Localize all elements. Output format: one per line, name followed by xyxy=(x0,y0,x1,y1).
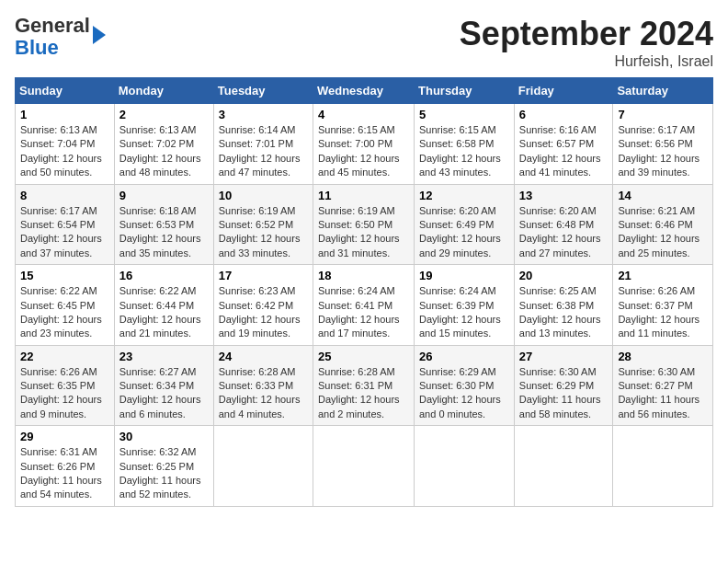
day-number: 21 xyxy=(618,269,708,282)
calendar-day-cell: 2Sunrise: 6:13 AMSunset: 7:02 PMDaylight… xyxy=(114,104,213,185)
day-info: Sunrise: 6:28 AMSunset: 6:33 PMDaylight:… xyxy=(219,365,308,422)
day-info: Sunrise: 6:22 AMSunset: 6:45 PMDaylight:… xyxy=(20,284,109,341)
calendar-day-cell: 26Sunrise: 6:29 AMSunset: 6:30 PMDayligh… xyxy=(415,345,515,426)
day-number: 13 xyxy=(519,189,609,202)
day-number: 20 xyxy=(519,269,609,282)
calendar-day-cell: 30Sunrise: 6:32 AMSunset: 6:25 PMDayligh… xyxy=(114,426,213,507)
calendar-day-cell: 5Sunrise: 6:15 AMSunset: 6:58 PMDaylight… xyxy=(415,104,515,185)
calendar-dow-header: Friday xyxy=(514,78,613,104)
day-number: 17 xyxy=(219,269,308,282)
day-number: 30 xyxy=(119,430,209,443)
day-number: 18 xyxy=(318,269,409,282)
calendar-dow-header: Sunday xyxy=(16,78,115,104)
day-number: 24 xyxy=(219,350,308,363)
day-number: 12 xyxy=(419,189,509,202)
day-info: Sunrise: 6:22 AMSunset: 6:44 PMDaylight:… xyxy=(119,284,209,341)
day-number: 5 xyxy=(419,108,509,121)
day-number: 9 xyxy=(119,189,209,202)
calendar-day-cell: 4Sunrise: 6:15 AMSunset: 7:00 PMDaylight… xyxy=(313,104,414,185)
calendar-day-cell xyxy=(313,426,414,507)
calendar-dow-header: Wednesday xyxy=(313,78,414,104)
day-number: 3 xyxy=(219,108,308,121)
calendar-week-row: 8Sunrise: 6:17 AMSunset: 6:54 PMDaylight… xyxy=(16,184,713,265)
calendar-day-cell: 18Sunrise: 6:24 AMSunset: 6:41 PMDayligh… xyxy=(313,265,414,346)
day-info: Sunrise: 6:24 AMSunset: 6:39 PMDaylight:… xyxy=(419,284,509,341)
day-info: Sunrise: 6:14 AMSunset: 7:01 PMDaylight:… xyxy=(219,123,308,180)
day-number: 2 xyxy=(119,108,209,121)
day-info: Sunrise: 6:28 AMSunset: 6:31 PMDaylight:… xyxy=(318,365,409,422)
calendar-dow-header: Monday xyxy=(114,78,213,104)
day-info: Sunrise: 6:31 AMSunset: 6:26 PMDaylight:… xyxy=(20,445,109,502)
day-number: 1 xyxy=(20,108,109,121)
day-info: Sunrise: 6:18 AMSunset: 6:53 PMDaylight:… xyxy=(119,204,209,261)
calendar-day-cell: 21Sunrise: 6:26 AMSunset: 6:37 PMDayligh… xyxy=(613,265,713,346)
day-info: Sunrise: 6:26 AMSunset: 6:35 PMDaylight:… xyxy=(20,365,109,422)
day-info: Sunrise: 6:13 AMSunset: 7:02 PMDaylight:… xyxy=(119,123,209,180)
calendar-day-cell: 19Sunrise: 6:24 AMSunset: 6:39 PMDayligh… xyxy=(415,265,515,346)
calendar-day-cell: 13Sunrise: 6:20 AMSunset: 6:48 PMDayligh… xyxy=(514,184,613,265)
day-info: Sunrise: 6:13 AMSunset: 7:04 PMDaylight:… xyxy=(20,123,109,180)
calendar-day-cell: 22Sunrise: 6:26 AMSunset: 6:35 PMDayligh… xyxy=(16,345,115,426)
calendar-day-cell: 15Sunrise: 6:22 AMSunset: 6:45 PMDayligh… xyxy=(16,265,115,346)
day-info: Sunrise: 6:30 AMSunset: 6:29 PMDaylight:… xyxy=(519,365,609,422)
calendar-dow-header: Thursday xyxy=(415,78,515,104)
calendar-day-cell: 12Sunrise: 6:20 AMSunset: 6:49 PMDayligh… xyxy=(415,184,515,265)
day-info: Sunrise: 6:16 AMSunset: 6:57 PMDaylight:… xyxy=(519,123,609,180)
day-number: 6 xyxy=(519,108,609,121)
day-number: 4 xyxy=(318,108,409,121)
day-number: 28 xyxy=(618,350,708,363)
calendar-day-cell: 8Sunrise: 6:17 AMSunset: 6:54 PMDaylight… xyxy=(16,184,115,265)
calendar-day-cell xyxy=(514,426,613,507)
calendar-dow-header: Saturday xyxy=(613,78,713,104)
day-info: Sunrise: 6:21 AMSunset: 6:46 PMDaylight:… xyxy=(618,204,708,261)
calendar-header-row: SundayMondayTuesdayWednesdayThursdayFrid… xyxy=(16,78,713,104)
calendar-day-cell: 11Sunrise: 6:19 AMSunset: 6:50 PMDayligh… xyxy=(313,184,414,265)
day-info: Sunrise: 6:17 AMSunset: 6:54 PMDaylight:… xyxy=(20,204,109,261)
calendar-day-cell xyxy=(415,426,515,507)
day-number: 8 xyxy=(20,189,109,202)
day-info: Sunrise: 6:25 AMSunset: 6:38 PMDaylight:… xyxy=(519,284,609,341)
day-number: 10 xyxy=(219,189,308,202)
calendar-day-cell: 17Sunrise: 6:23 AMSunset: 6:42 PMDayligh… xyxy=(213,265,313,346)
day-info: Sunrise: 6:15 AMSunset: 7:00 PMDaylight:… xyxy=(318,123,409,180)
day-info: Sunrise: 6:23 AMSunset: 6:42 PMDaylight:… xyxy=(219,284,308,341)
calendar-day-cell: 3Sunrise: 6:14 AMSunset: 7:01 PMDaylight… xyxy=(213,104,313,185)
day-info: Sunrise: 6:15 AMSunset: 6:58 PMDaylight:… xyxy=(419,123,509,180)
calendar-day-cell xyxy=(613,426,713,507)
title-block: September 2024 Hurfeish, Israel xyxy=(460,15,713,70)
calendar-week-row: 1Sunrise: 6:13 AMSunset: 7:04 PMDaylight… xyxy=(16,104,713,185)
page-subtitle: Hurfeish, Israel xyxy=(460,53,713,70)
calendar-day-cell: 24Sunrise: 6:28 AMSunset: 6:33 PMDayligh… xyxy=(213,345,313,426)
day-number: 11 xyxy=(318,189,409,202)
day-number: 15 xyxy=(20,269,109,282)
day-number: 7 xyxy=(618,108,708,121)
calendar-day-cell xyxy=(213,426,313,507)
calendar-week-row: 15Sunrise: 6:22 AMSunset: 6:45 PMDayligh… xyxy=(16,265,713,346)
calendar-day-cell: 6Sunrise: 6:16 AMSunset: 6:57 PMDaylight… xyxy=(514,104,613,185)
calendar-day-cell: 29Sunrise: 6:31 AMSunset: 6:26 PMDayligh… xyxy=(16,426,115,507)
logo: General Blue xyxy=(15,15,106,59)
day-number: 27 xyxy=(519,350,609,363)
day-info: Sunrise: 6:27 AMSunset: 6:34 PMDaylight:… xyxy=(119,365,209,422)
day-info: Sunrise: 6:30 AMSunset: 6:27 PMDaylight:… xyxy=(618,365,708,422)
calendar-day-cell: 16Sunrise: 6:22 AMSunset: 6:44 PMDayligh… xyxy=(114,265,213,346)
calendar-day-cell: 25Sunrise: 6:28 AMSunset: 6:31 PMDayligh… xyxy=(313,345,414,426)
day-info: Sunrise: 6:24 AMSunset: 6:41 PMDaylight:… xyxy=(318,284,409,341)
calendar-day-cell: 23Sunrise: 6:27 AMSunset: 6:34 PMDayligh… xyxy=(114,345,213,426)
page-title: September 2024 xyxy=(460,15,713,53)
day-number: 23 xyxy=(119,350,209,363)
day-info: Sunrise: 6:20 AMSunset: 6:49 PMDaylight:… xyxy=(419,204,509,261)
day-number: 14 xyxy=(618,189,708,202)
day-number: 26 xyxy=(419,350,509,363)
day-info: Sunrise: 6:32 AMSunset: 6:25 PMDaylight:… xyxy=(119,445,209,502)
calendar-day-cell: 7Sunrise: 6:17 AMSunset: 6:56 PMDaylight… xyxy=(613,104,713,185)
calendar-day-cell: 9Sunrise: 6:18 AMSunset: 6:53 PMDaylight… xyxy=(114,184,213,265)
calendar-table: SundayMondayTuesdayWednesdayThursdayFrid… xyxy=(15,77,713,507)
page-header: General Blue September 2024 Hurfeish, Is… xyxy=(15,15,713,70)
calendar-week-row: 22Sunrise: 6:26 AMSunset: 6:35 PMDayligh… xyxy=(16,345,713,426)
calendar-day-cell: 1Sunrise: 6:13 AMSunset: 7:04 PMDaylight… xyxy=(16,104,115,185)
day-info: Sunrise: 6:19 AMSunset: 6:50 PMDaylight:… xyxy=(318,204,409,261)
day-info: Sunrise: 6:26 AMSunset: 6:37 PMDaylight:… xyxy=(618,284,708,341)
day-number: 22 xyxy=(20,350,109,363)
calendar-day-cell: 14Sunrise: 6:21 AMSunset: 6:46 PMDayligh… xyxy=(613,184,713,265)
